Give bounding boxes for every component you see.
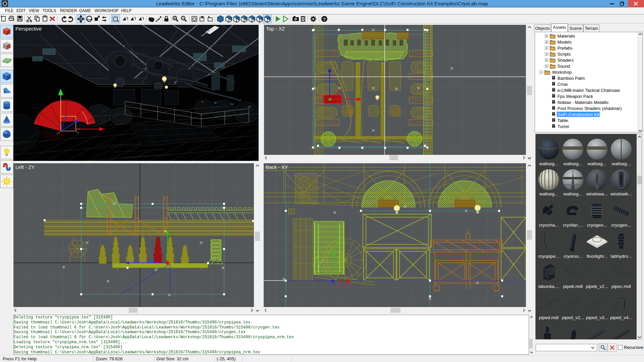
svg-text:Shaders: Shaders [557, 58, 574, 63]
svg-text:Turret: Turret [557, 124, 569, 129]
svg-text:Table.: Table. [557, 118, 569, 123]
svg-text:Nobiax - Materials Metallic: Nobiax - Materials Metallic [557, 100, 609, 105]
svg-text:Models: Models [557, 40, 572, 45]
svg-text:piped.mdl: piped.mdl [539, 315, 559, 320]
svg-text:windowa...: windowa... [586, 191, 608, 196]
svg-text:Scripts: Scripts [557, 52, 571, 57]
svg-text:cryogen...: cryogen... [611, 223, 631, 228]
svg-text:wallseg...: wallseg... [563, 161, 582, 166]
svg-text:Workshop: Workshop [552, 70, 572, 75]
svg-text:Bamboo Palm: Bamboo Palm [557, 76, 585, 81]
svg-text:piped_v3...: piped_v3... [586, 315, 608, 320]
svg-text:labunita....: labunita.... [538, 284, 559, 289]
svg-text:cryopipe...: cryopipe... [538, 254, 559, 259]
svg-text:wallseg...: wallseg... [563, 191, 582, 196]
svg-text:wallseg...: wallseg... [611, 161, 631, 166]
svg-text:floorlight...: floorlight... [587, 254, 607, 259]
svg-text:SciFi Construction Kit: SciFi Construction Kit [557, 112, 599, 117]
svg-text:Prefabs: Prefabs [557, 46, 573, 51]
svg-text:windowb...: windowb... [610, 191, 632, 196]
svg-text:e-LIMB-inator Tactical Chainsa: e-LIMB-inator Tactical Chainsaw [557, 88, 620, 93]
svg-text:Post Process Shaders (shadmar): Post Process Shaders (shadmar) [557, 106, 622, 111]
svg-text:Crow: Crow [557, 82, 568, 87]
svg-text:Sound: Sound [557, 64, 570, 69]
svg-text:cryocha...: cryocha... [539, 223, 559, 228]
svg-text:Fps Weapon Pack: Fps Weapon Pack [557, 94, 593, 99]
svg-text:wallseg...: wallseg... [539, 191, 558, 196]
svg-text:Materials: Materials [557, 34, 575, 39]
svg-text:cryoroo...: cryoroo... [564, 254, 582, 259]
svg-text:cryogen...: cryogen... [587, 223, 607, 228]
svg-text:piped_v4...: piped_v4... [610, 315, 632, 320]
svg-text:cryofan....: cryofan.... [563, 223, 583, 228]
svg-text:wallseg...: wallseg... [539, 161, 558, 166]
svg-text:labhydro...: labhydro... [610, 254, 632, 259]
svg-text:pipec.mdl: pipec.mdl [611, 284, 631, 289]
svg-text:piped_v2...: piped_v2... [562, 315, 584, 320]
svg-text:pipeb_v2...: pipeb_v2... [586, 284, 608, 289]
svg-text:wallseg...: wallseg... [587, 161, 606, 166]
svg-text:?: ? [323, 17, 326, 22]
svg-text:pipeb.mdl: pipeb.mdl [563, 284, 583, 289]
